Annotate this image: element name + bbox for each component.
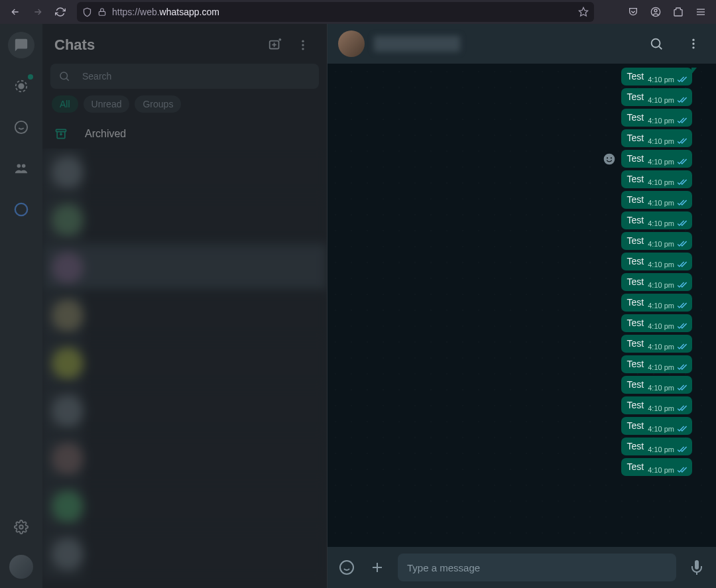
chat-row[interactable] — [42, 196, 327, 244]
forward-button[interactable] — [28, 2, 48, 22]
message-bubble[interactable]: Test4:10 pm — [621, 150, 692, 168]
rail-meta-ai-icon[interactable] — [8, 196, 34, 223]
message-bubble[interactable]: Test4:10 pm — [621, 273, 692, 291]
bookmark-star-icon[interactable] — [578, 7, 589, 17]
message-time: 4:10 pm — [648, 363, 674, 371]
conversation-menu-icon[interactable] — [682, 32, 705, 56]
chat-list[interactable] — [42, 148, 327, 588]
reload-button[interactable] — [50, 2, 70, 22]
chat-row[interactable] — [42, 530, 327, 578]
message-time: 4:10 pm — [648, 219, 674, 227]
address-bar[interactable]: https://web.whatsapp.com — [77, 2, 594, 22]
react-icon[interactable] — [603, 152, 616, 166]
message-bubble[interactable]: Test4:10 pm — [621, 355, 692, 373]
extensions-icon[interactable] — [668, 2, 688, 22]
message-bubble[interactable]: Test4:10 pm — [621, 396, 692, 414]
chat-row[interactable] — [42, 148, 327, 196]
message-bubble[interactable]: Test4:10 pm — [621, 458, 692, 476]
message-row[interactable]: Test4:10 pm — [621, 396, 692, 414]
message-row[interactable]: Test4:10 pm — [621, 232, 692, 250]
mic-icon[interactable] — [687, 559, 707, 575]
message-row[interactable]: Test4:10 pm — [603, 150, 692, 168]
chat-row[interactable] — [42, 387, 327, 435]
hamburger-menu-icon[interactable] — [691, 2, 711, 22]
message-bubble[interactable]: Test4:10 pm — [621, 129, 692, 147]
conversation-header[interactable] — [328, 24, 716, 64]
message-row[interactable]: Test4:10 pm — [621, 109, 692, 127]
chat-row[interactable] — [42, 339, 327, 387]
message-row[interactable]: Test4:10 pm — [621, 211, 692, 229]
message-text: Test — [627, 112, 644, 123]
compose-input-wrap[interactable] — [398, 554, 676, 581]
message-row[interactable]: Test4:10 pm — [621, 458, 692, 476]
archived-label: Archived — [85, 128, 126, 140]
filter-groups[interactable]: Groups — [135, 95, 181, 113]
search-box[interactable] — [50, 64, 319, 89]
message-bubble[interactable]: Test4:10 pm — [621, 314, 692, 332]
read-ticks-icon — [676, 261, 687, 268]
rail-status-icon[interactable] — [8, 73, 34, 99]
rail-chats-icon[interactable] — [8, 32, 34, 58]
archived-row[interactable]: Archived — [42, 119, 327, 148]
chat-row[interactable] — [42, 483, 327, 530]
rail-channels-icon[interactable] — [8, 114, 34, 141]
pocket-icon[interactable] — [623, 2, 643, 22]
message-row[interactable]: Test4:10 pm — [621, 376, 692, 394]
message-bubble[interactable]: Test4:10 pm — [621, 417, 692, 435]
message-row[interactable]: Test4:10 pm — [621, 294, 692, 312]
menu-dots-icon[interactable] — [291, 33, 315, 57]
chat-row[interactable] — [42, 435, 327, 483]
attach-icon[interactable] — [367, 559, 387, 575]
message-row[interactable]: Test4:10 pm — [621, 335, 692, 353]
filter-unread[interactable]: Unread — [84, 95, 130, 113]
back-button[interactable] — [5, 2, 25, 22]
search-in-chat-icon[interactable] — [644, 32, 668, 56]
message-text: Test — [627, 235, 644, 246]
message-bubble[interactable]: Test4:10 pm — [621, 170, 692, 188]
read-ticks-icon — [676, 364, 687, 371]
message-bubble[interactable]: Test4:10 pm — [621, 68, 692, 86]
message-bubble[interactable]: Test4:10 pm — [621, 253, 692, 270]
message-bubble[interactable]: Test4:10 pm — [621, 335, 692, 353]
message-bubble[interactable]: Test4:10 pm — [621, 211, 692, 229]
message-time: 4:10 pm — [648, 178, 674, 186]
message-row[interactable]: Test4:10 pm — [621, 253, 692, 270]
message-time: 4:10 pm — [648, 158, 674, 166]
svg-rect-0 — [99, 11, 105, 15]
message-row[interactable]: Test4:10 pm — [621, 314, 692, 332]
rail-profile-avatar[interactable] — [9, 555, 33, 579]
read-ticks-icon — [676, 282, 687, 289]
message-bubble[interactable]: Test4:10 pm — [621, 376, 692, 394]
compose-input[interactable] — [407, 562, 667, 573]
emoji-picker-icon[interactable] — [337, 559, 357, 575]
svg-point-33 — [610, 157, 611, 158]
rail-settings-icon[interactable] — [8, 514, 34, 540]
message-bubble[interactable]: Test4:10 pm — [621, 232, 692, 250]
message-bubble[interactable]: Test4:10 pm — [621, 191, 692, 209]
contact-avatar[interactable] — [338, 30, 365, 57]
message-row[interactable]: Test4:10 pm — [621, 129, 692, 147]
message-row[interactable]: Test4:10 pm — [621, 438, 692, 455]
message-row[interactable]: Test4:10 pm — [621, 355, 692, 373]
message-time: 4:10 pm — [648, 322, 674, 330]
filter-all[interactable]: All — [52, 95, 78, 113]
message-row[interactable]: Test4:10 pm — [621, 170, 692, 188]
rail-communities-icon[interactable] — [8, 155, 34, 182]
message-bubble[interactable]: Test4:10 pm — [621, 294, 692, 312]
account-icon[interactable] — [646, 2, 666, 22]
message-bubble[interactable]: Test4:10 pm — [621, 438, 692, 455]
new-chat-icon[interactable] — [263, 33, 287, 57]
svg-point-8 — [19, 84, 23, 88]
message-row[interactable]: Test4:10 pm — [621, 191, 692, 209]
message-bubble[interactable]: Test4:10 pm — [621, 109, 692, 127]
message-row[interactable]: Test4:10 pm — [621, 88, 692, 106]
chat-row[interactable] — [42, 244, 327, 292]
search-input[interactable] — [82, 71, 311, 82]
message-row[interactable]: Test4:10 pm — [621, 68, 692, 86]
message-list[interactable]: Test4:10 pmTest4:10 pmTest4:10 pmTest4:1… — [328, 64, 716, 547]
chat-row[interactable] — [42, 292, 327, 339]
message-row[interactable]: Test4:10 pm — [621, 417, 692, 435]
read-ticks-icon — [676, 241, 687, 248]
message-bubble[interactable]: Test4:10 pm — [621, 88, 692, 106]
message-row[interactable]: Test4:10 pm — [621, 273, 692, 291]
